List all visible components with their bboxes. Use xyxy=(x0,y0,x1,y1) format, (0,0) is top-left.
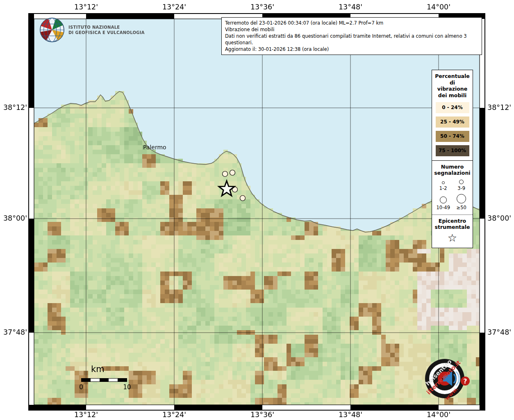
lon-label-bottom: 13°12' xyxy=(74,411,98,419)
legend-epicenter-title: Epicentro strumentale xyxy=(434,218,471,231)
map-legend: Percentuale di vibrazione dei mobili 0 -… xyxy=(432,70,473,248)
event-info-box: Terremoto del 23-01-2026 00:34:07 (ora l… xyxy=(221,17,482,55)
haisentitoilterremoto-logo: ? haisentito ilterremoto.it www. xyxy=(416,350,473,407)
lon-label-top: 13°36' xyxy=(250,3,274,11)
lon-label-top: 13°48' xyxy=(339,3,362,11)
lon-label-top: 13°24' xyxy=(162,3,186,11)
terrain-basemap xyxy=(34,19,480,405)
count-class-label: 10-49 xyxy=(437,205,450,210)
legend-swatch: 0 - 24% xyxy=(436,102,469,113)
lon-label-top: 13°12' xyxy=(74,3,98,11)
frame-band xyxy=(480,14,485,410)
lat-label-right: 37°48' xyxy=(487,328,513,336)
scalebar-unit: km xyxy=(91,364,105,374)
lat-label-right: 38°12' xyxy=(487,103,513,112)
felt-report-map-page: 13°12'13°24'13°36'13°48'14°00' 13°12'13°… xyxy=(0,0,514,420)
legend-swatch: 25 - 49% xyxy=(436,116,469,128)
legend-count-class: 1-2 xyxy=(434,180,453,191)
event-disclaimer: Dati non verificati estratti da 86 quest… xyxy=(225,33,478,46)
frame-segment xyxy=(29,219,34,333)
lat-label-left: 37°48' xyxy=(2,328,27,336)
lon-label-bottom: 14°00' xyxy=(427,411,450,419)
legend-swatch: 50 - 74% xyxy=(436,131,469,142)
map-scalebar: km 0 10 xyxy=(74,364,143,395)
scalebar-bar xyxy=(81,378,127,382)
legend-swatches: 0 - 24%25 - 49%50 - 74%75 - 100% xyxy=(434,102,471,156)
legend-swatch-label: 0 - 24% xyxy=(442,105,462,110)
lon-label-bottom: 13°36' xyxy=(250,411,274,419)
legend-count-classes: 1-23-910-49≥50 xyxy=(434,180,471,210)
legend-epicenter-star-icon: ☆ xyxy=(434,232,471,244)
frame-segment xyxy=(480,333,485,410)
lat-label-left: 38°12' xyxy=(2,103,27,112)
city-label-palermo: Palermo xyxy=(143,144,166,151)
frame-segment xyxy=(29,405,86,410)
lon-label-top: 14°00' xyxy=(427,3,450,11)
legend-swatch-label: 25 - 49% xyxy=(440,119,464,125)
lat-label-right: 38°00' xyxy=(487,214,513,222)
frame-band xyxy=(29,14,34,410)
legend-divider xyxy=(432,160,473,161)
legend-swatch-label: 75 - 100% xyxy=(439,148,466,153)
event-question: Vibrazione dei mobili xyxy=(225,26,478,33)
legend-swatch-label: 50 - 74% xyxy=(440,133,464,139)
lon-label-bottom: 13°24' xyxy=(162,411,186,419)
count-circle-icon xyxy=(457,194,466,203)
legend-count-class: ≥50 xyxy=(453,194,471,210)
event-title: Terremoto del 23-01-2026 00:34:07 (ora l… xyxy=(225,20,478,26)
count-class-label: 3-9 xyxy=(457,185,465,191)
ingv-logo: ISTITUTO NAZIONALE DI GEOFISICA E VULCAN… xyxy=(39,17,145,43)
frame-segment xyxy=(29,14,34,108)
ingv-name-line2: DI GEOFISICA E VULCANOLOGIA xyxy=(68,30,145,35)
legend-count-class: 3-9 xyxy=(453,180,471,191)
scalebar-end: 10 xyxy=(123,383,131,391)
legend-counts-title: Numero segnalazioni xyxy=(434,164,471,176)
event-updated: Aggiornato il: 30-01-2026 12:38 (ora loc… xyxy=(225,46,478,52)
scalebar-start: 0 xyxy=(79,383,83,391)
count-class-label: 1-2 xyxy=(439,185,447,191)
count-circle-icon xyxy=(442,181,445,184)
legend-swatch: 75 - 100% xyxy=(436,145,469,156)
count-circle-icon xyxy=(440,196,447,203)
lat-label-left: 38°00' xyxy=(2,214,27,222)
frame-segment xyxy=(480,108,485,219)
ingv-name: ISTITUTO NAZIONALE DI GEOFISICA E VULCAN… xyxy=(68,25,145,35)
legend-divider-dotted xyxy=(432,215,473,215)
svg-text:?: ? xyxy=(463,377,467,385)
count-class-label: ≥50 xyxy=(457,205,466,210)
ingv-globe-icon xyxy=(39,17,65,43)
count-circle-icon xyxy=(459,180,464,184)
lon-label-bottom: 13°48' xyxy=(339,411,362,419)
legend-count-class: 10-49 xyxy=(434,194,453,210)
legend-percent-title: Percentuale di vibrazione dei mobili xyxy=(434,73,471,99)
frame-segment xyxy=(174,405,262,410)
ingv-name-line1: ISTITUTO NAZIONALE xyxy=(68,25,145,30)
